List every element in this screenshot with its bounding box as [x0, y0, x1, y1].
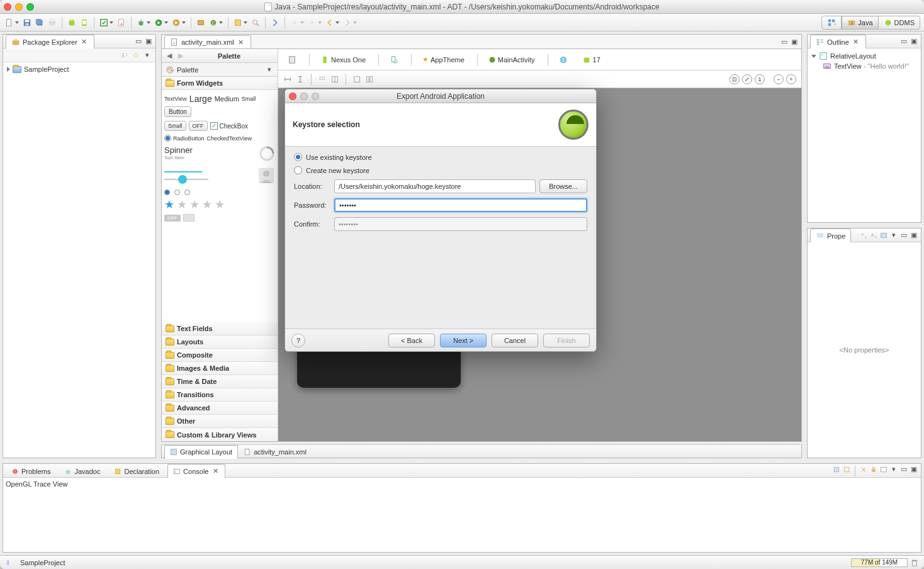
collapse-all-icon[interactable] [120, 51, 129, 60]
maximize-icon[interactable]: ▣ [910, 231, 918, 240]
browse-button[interactable]: Browse... [539, 179, 587, 193]
zoom-reset-icon[interactable]: ⊡ [730, 74, 740, 84]
location-input[interactable]: /Users/keishin.yokomaku/hoge.keystore [334, 179, 536, 193]
close-icon[interactable]: ✕ [852, 38, 860, 47]
outline-child[interactable]: Ab TextView - "Hello world!" [810, 61, 918, 71]
palette-cat-advanced[interactable]: Advanced [162, 402, 278, 415]
maximize-icon[interactable]: ▣ [144, 37, 153, 46]
widget-seekbar[interactable] [164, 179, 208, 180]
unknown-icon[interactable] [352, 75, 361, 84]
scroll-lock-icon[interactable] [869, 465, 878, 474]
zoom-out-icon[interactable]: − [774, 74, 784, 84]
back-button[interactable] [324, 16, 341, 29]
new-xml-button[interactable]: a [116, 16, 127, 29]
quickcontact-icon[interactable] [257, 167, 275, 184]
widget-small-button[interactable]: Small [164, 121, 186, 131]
lint-button[interactable] [98, 16, 115, 29]
widget-medium[interactable]: Medium [215, 95, 239, 103]
close-icon[interactable]: ✕ [237, 38, 245, 47]
widget-spinner[interactable]: Spinner [164, 145, 193, 155]
device-button[interactable]: Nexus One [316, 53, 372, 67]
close-dialog-icon[interactable] [289, 93, 296, 100]
widget-checkbox[interactable]: ✓CheckBox [210, 122, 249, 130]
minimize-icon[interactable]: ▭ [899, 465, 908, 474]
tab-console[interactable]: Console✕ [167, 464, 225, 478]
fastview-icon[interactable] [5, 558, 14, 567]
activity-button[interactable]: MainActivity [484, 53, 541, 67]
palette-cat-text-fields[interactable]: Text Fields [162, 322, 278, 335]
password-input[interactable]: ••••••• [334, 198, 587, 212]
project-node[interactable]: SampleProject [6, 65, 153, 74]
maximize-icon[interactable]: ▣ [910, 37, 918, 46]
orientation-button[interactable] [385, 53, 405, 67]
perspective-ddms[interactable]: DDMS [878, 16, 920, 30]
radio-icon[interactable] [294, 166, 302, 174]
widget-checkedtextview[interactable]: CheckedTextView [207, 135, 252, 142]
next-annotation-button[interactable] [289, 16, 305, 29]
minimize-icon[interactable]: ▭ [899, 231, 908, 240]
widget-button[interactable]: Button [164, 106, 191, 117]
chevron-down-icon[interactable]: ▾ [265, 65, 274, 74]
progress-circle-icon[interactable] [259, 145, 275, 162]
back-icon[interactable]: ◀ [166, 52, 173, 60]
view-menu-icon[interactable]: ▾ [889, 465, 898, 474]
properties-tab[interactable]: Prope [810, 228, 851, 242]
open-console-icon[interactable] [879, 465, 888, 474]
show-advanced-icon[interactable] [879, 231, 888, 240]
locale-button[interactable] [555, 53, 574, 67]
new-class-button[interactable]: C [208, 16, 224, 29]
widget-ratingbar[interactable]: ★★★★★ [164, 198, 275, 211]
align-grid-icon[interactable] [318, 75, 327, 84]
widget-large[interactable]: Large [189, 94, 212, 104]
save-all-button[interactable] [34, 16, 45, 29]
palette-cat-time-date[interactable]: Time & Date [162, 375, 278, 388]
forward-icon[interactable]: ▶ [177, 52, 184, 60]
widget-switch[interactable]: OFF [164, 214, 275, 222]
display-selected-console-icon[interactable] [842, 465, 851, 474]
sort-cat-icon[interactable]: Az [869, 231, 878, 240]
widget-progressbar[interactable] [164, 171, 202, 172]
close-window-icon[interactable] [4, 3, 11, 11]
confirm-input[interactable]: •••••••• [334, 217, 587, 231]
widget-textview[interactable]: TextView [164, 96, 187, 102]
open-perspective-button[interactable]: + [821, 16, 842, 30]
sort-alpha-icon[interactable]: az [859, 231, 868, 240]
radio-icon[interactable] [294, 153, 302, 161]
close-icon[interactable]: ✕ [211, 467, 220, 476]
editor-tab[interactable]: a activity_main.xml ✕ [164, 35, 251, 49]
palette-cat-other[interactable]: Other [162, 415, 278, 428]
theme-button[interactable]: ★AppTheme [418, 53, 471, 67]
api-level-button[interactable]: 17 [578, 53, 607, 67]
show-structure-icon[interactable] [330, 75, 339, 84]
help-button[interactable]: ? [291, 334, 305, 347]
expand-icon[interactable] [811, 55, 816, 58]
avd-manager-button[interactable] [79, 16, 90, 29]
zoom-in-icon[interactable]: + [786, 74, 796, 84]
toggle-fill-width-icon[interactable] [283, 75, 292, 84]
back-button[interactable]: < Back [388, 334, 435, 347]
pin-console-icon[interactable] [832, 465, 841, 474]
widget-radiobutton[interactable]: RadioButton [164, 135, 205, 142]
toggle-fill-height-icon[interactable] [296, 75, 305, 84]
save-button[interactable] [21, 16, 33, 29]
view-menu-icon[interactable]: ▾ [143, 51, 152, 60]
outline-root[interactable]: RelativeLayout [810, 51, 918, 61]
zoom-fit-icon[interactable]: ⤢ [742, 74, 752, 84]
radio-use-existing[interactable]: Use existing keystore [294, 153, 587, 161]
palette-cat-form-widgets[interactable]: Form Widgets [162, 77, 278, 90]
widget-toggle[interactable]: OFF [189, 121, 208, 131]
radio-create-new[interactable]: Create new keystore [294, 166, 587, 174]
tab-declaration[interactable]: Declaration [108, 464, 165, 478]
android-sdk-manager-button[interactable] [66, 16, 77, 29]
gc-button[interactable] [910, 558, 919, 567]
link-editor-icon[interactable] [132, 51, 140, 60]
minimize-icon[interactable]: ▭ [899, 37, 908, 46]
minimize-icon[interactable]: ▭ [134, 37, 143, 46]
print-button[interactable] [47, 16, 58, 29]
maximize-icon[interactable]: ▣ [790, 37, 799, 46]
minimize-window-icon[interactable] [15, 3, 23, 11]
tab-graphical-layout[interactable]: Graphical Layout [164, 445, 238, 459]
palette-cat-composite[interactable]: Composite [162, 349, 278, 362]
expand-icon[interactable] [7, 67, 10, 72]
device-config-button[interactable] [283, 53, 303, 67]
